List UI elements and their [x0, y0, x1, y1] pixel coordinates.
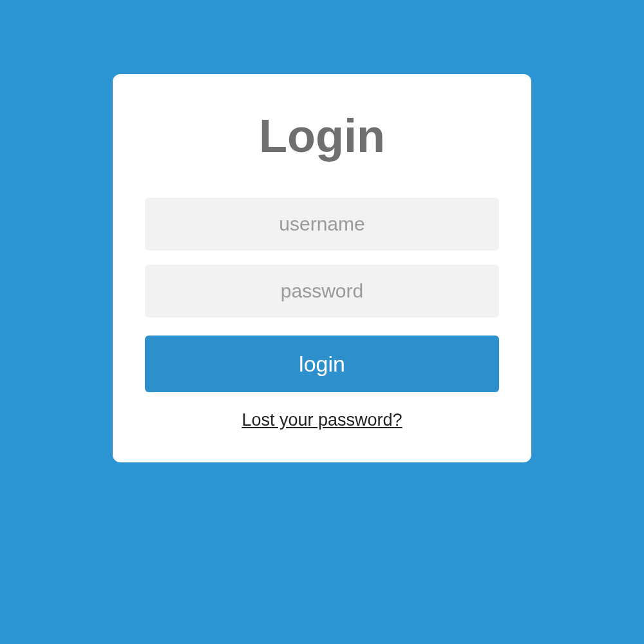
password-input[interactable] [145, 265, 499, 317]
login-title: Login [145, 109, 499, 162]
username-input[interactable] [145, 198, 499, 251]
lost-password-link[interactable]: Lost your password? [145, 410, 499, 430]
login-button[interactable]: login [145, 336, 499, 392]
login-card: Login login Lost your password? [113, 74, 531, 462]
